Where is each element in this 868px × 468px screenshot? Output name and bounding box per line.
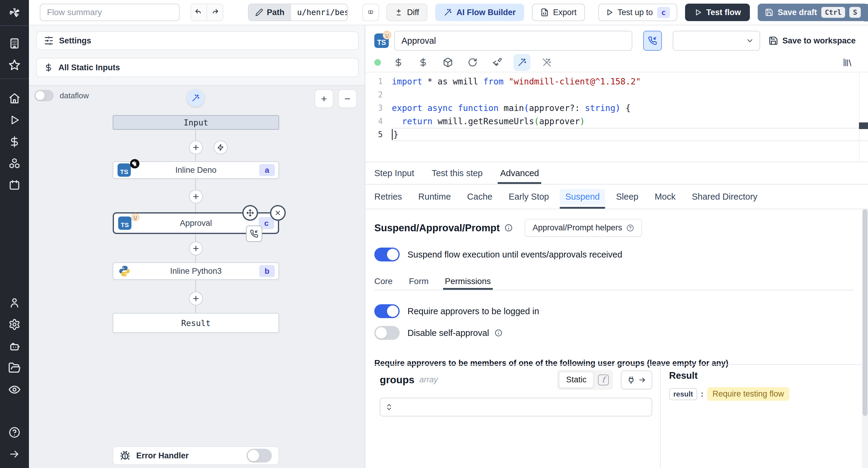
expand-sidebar-icon[interactable] <box>0 443 29 465</box>
tab-cache[interactable]: Cache <box>467 184 493 209</box>
library-icon-button[interactable] <box>839 54 856 71</box>
tab-mock[interactable]: Mock <box>655 184 675 209</box>
home-icon[interactable] <box>0 87 29 109</box>
graph-node-input[interactable]: Input <box>113 115 279 130</box>
require-logged-in-toggle[interactable] <box>374 304 400 318</box>
static-mode-button[interactable]: Static <box>559 372 594 388</box>
kbd-s: S <box>849 7 861 18</box>
zoom-in-button[interactable]: + <box>315 89 333 108</box>
reload-icon-button[interactable] <box>464 54 481 71</box>
flow-settings-button[interactable]: Settings <box>36 31 359 50</box>
step-name-input[interactable] <box>394 31 632 51</box>
editor-scrollbar[interactable] <box>859 72 868 162</box>
code-line-3[interactable]: 3export async function main(approver?: s… <box>365 101 868 115</box>
redo-button[interactable] <box>207 4 223 21</box>
insert-step-button[interactable] <box>189 292 203 305</box>
tab-form[interactable]: Form <box>409 273 429 290</box>
deploy-button-partial[interactable] <box>861 4 868 21</box>
path-button[interactable]: Path u/henri/bes <box>248 4 348 21</box>
move-step-button[interactable] <box>242 205 258 221</box>
flow-graph-canvas[interactable]: dataflow + − Input <box>29 85 365 468</box>
insert-step-button[interactable] <box>189 190 203 204</box>
runs-icon[interactable] <box>0 109 29 131</box>
error-handler-row[interactable]: Error Handler <box>113 446 279 465</box>
tab-suspend[interactable]: Suspend <box>565 184 600 209</box>
tab-step-input[interactable]: Step Input <box>374 162 414 184</box>
suspend-flow-toggle[interactable] <box>374 247 400 261</box>
package-icon-button[interactable] <box>439 54 456 71</box>
flow-summary-input[interactable] <box>40 4 180 21</box>
undo-button[interactable] <box>191 4 207 21</box>
tab-early-stop[interactable]: Early Stop <box>509 184 549 209</box>
code-line-2[interactable]: 2 <box>365 88 868 101</box>
contextual-variables-icon-button[interactable] <box>415 54 432 71</box>
typescript-badge: TS <box>118 216 131 230</box>
test-flow-button[interactable]: Test flow <box>685 4 750 21</box>
tab-runtime[interactable]: Runtime <box>418 184 451 209</box>
insert-step-button[interactable] <box>189 141 203 154</box>
users-icon[interactable] <box>0 292 29 314</box>
format-paintbrush-icon-button[interactable] <box>489 54 506 71</box>
tab-retries[interactable]: Retries <box>374 184 402 209</box>
approval-phone-button[interactable] <box>643 31 662 51</box>
code-line-5[interactable]: 5} <box>365 128 868 141</box>
tab-shared-directory[interactable]: Shared Directory <box>692 184 757 209</box>
info-icon[interactable] <box>504 224 513 232</box>
code-editor[interactable]: 1import * as wmill from "windmill-client… <box>365 72 868 162</box>
schedules-icon[interactable] <box>0 174 29 196</box>
tab-core[interactable]: Core <box>374 273 393 290</box>
pencil-icon <box>255 8 263 16</box>
code-line-4[interactable]: 4 return wmill.getResumeUrls(approver) <box>365 115 868 128</box>
code-line-1[interactable]: 1import * as wmill from "windmill-client… <box>365 75 868 88</box>
connect-input-button[interactable] <box>621 371 652 389</box>
docs-book-button[interactable] <box>362 4 379 21</box>
windmill-logo[interactable] <box>0 0 29 26</box>
error-handler-toggle[interactable] <box>247 449 272 463</box>
resources-icon[interactable] <box>0 153 29 174</box>
info-icon[interactable] <box>495 329 502 337</box>
workers-bot-icon[interactable] <box>0 335 29 357</box>
variables-icon-button[interactable] <box>390 54 407 71</box>
file-export-icon <box>540 8 549 17</box>
tab-sleep[interactable]: Sleep <box>616 184 638 209</box>
favorites-star-icon[interactable] <box>0 54 29 76</box>
approval-prompt-helpers-button[interactable]: Approval/Prompt helpers <box>525 219 642 237</box>
ai-flow-builder-button[interactable]: AI Flow Builder <box>435 4 524 21</box>
delete-step-button[interactable] <box>270 205 286 221</box>
trigger-zap-button[interactable] <box>214 141 227 154</box>
ai-assistant-icon-button[interactable] <box>514 54 530 71</box>
graph-ai-wand-button[interactable] <box>187 89 204 107</box>
chevrons-up-down-icon <box>385 403 393 411</box>
step-tabs: Step Input Test this step Advanced <box>365 162 868 184</box>
dataflow-toggle[interactable] <box>34 90 54 101</box>
save-to-workspace-button[interactable]: Save to workspace <box>769 36 856 46</box>
insert-step-button[interactable] <box>189 241 203 255</box>
book-open-icon <box>368 8 373 17</box>
diff-button[interactable]: Diff <box>386 4 427 21</box>
export-button[interactable]: Export <box>532 4 585 21</box>
workspace-icon[interactable] <box>0 33 29 54</box>
settings-gear-icon[interactable] <box>0 314 29 335</box>
graph-node-inline-deno[interactable]: TS Inline Deno a <box>113 161 279 179</box>
disable-self-approval-toggle[interactable] <box>374 326 400 340</box>
groups-array-input[interactable] <box>380 398 652 416</box>
graph-node-approval-selected[interactable]: TS Approval c <box>113 212 279 234</box>
variables-icon[interactable] <box>0 131 29 153</box>
save-draft-button[interactable]: Save draft Ctrl S <box>758 4 868 21</box>
help-icon[interactable] <box>0 421 29 443</box>
graph-node-inline-python3[interactable]: Inline Python3 b <box>113 262 279 280</box>
zoom-out-button[interactable]: − <box>338 89 357 108</box>
ai-disabled-icon-button[interactable] <box>538 54 555 71</box>
test-up-to-button[interactable]: Test up to c <box>598 4 677 21</box>
graph-node-result[interactable]: Result <box>113 313 279 333</box>
function-mode-button[interactable]: f <box>595 372 611 388</box>
panel-scrollbar[interactable] <box>862 209 868 468</box>
tab-test-this-step[interactable]: Test this step <box>432 162 483 184</box>
tab-advanced[interactable]: Advanced <box>500 162 539 184</box>
tag-select-dropdown[interactable] <box>673 31 760 51</box>
result-key-chip[interactable]: result <box>669 388 697 400</box>
folders-icon[interactable] <box>0 357 29 379</box>
tab-permissions[interactable]: Permissions <box>445 273 491 290</box>
audit-eye-icon[interactable] <box>0 379 29 401</box>
all-static-inputs-button[interactable]: All Static Inputs <box>36 58 359 77</box>
